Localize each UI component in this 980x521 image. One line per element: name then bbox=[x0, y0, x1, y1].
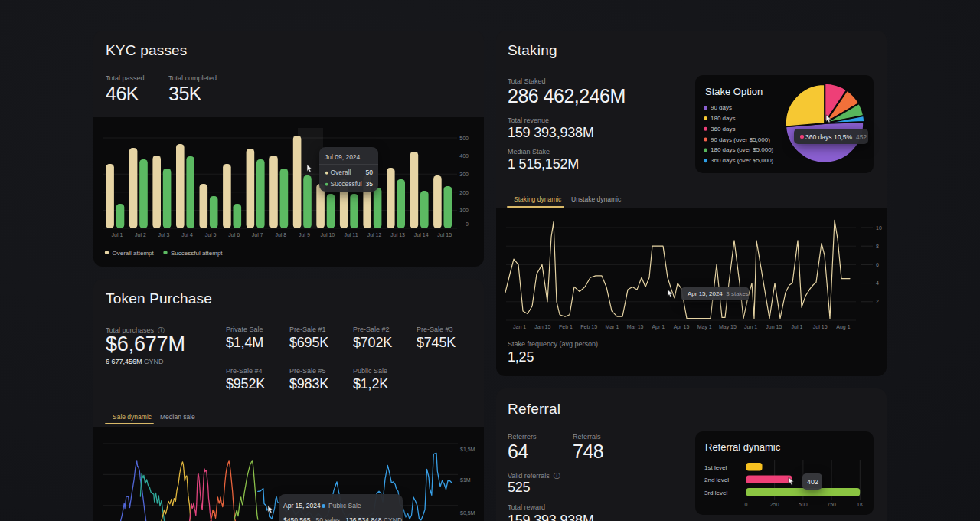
svg-text:250: 250 bbox=[770, 502, 779, 507]
svg-text:Jan 15: Jan 15 bbox=[534, 324, 550, 329]
svg-text:Jul 1: Jul 1 bbox=[112, 232, 123, 238]
svg-text:Jul 15: Jul 15 bbox=[813, 324, 828, 329]
svg-text:Jun 1: Jun 1 bbox=[744, 324, 757, 329]
svg-text:Jul 8: Jul 8 bbox=[275, 232, 286, 238]
svg-text:2nd level: 2nd level bbox=[704, 477, 729, 483]
svg-text:Overall attempt: Overall attempt bbox=[113, 250, 155, 257]
svg-text:Jul 3: Jul 3 bbox=[158, 232, 170, 238]
svg-text:Apr 15: Apr 15 bbox=[674, 324, 690, 330]
svg-text:10: 10 bbox=[876, 225, 882, 231]
svg-text:Jul 7: Jul 7 bbox=[252, 232, 263, 238]
svg-text:Jul 2: Jul 2 bbox=[135, 232, 146, 238]
svg-text:Jul 11: Jul 11 bbox=[344, 232, 358, 238]
svg-text:Jul 9: Jul 9 bbox=[299, 232, 310, 238]
svg-text:Mar 15: Mar 15 bbox=[627, 324, 644, 329]
svg-text:Apr 1: Apr 1 bbox=[652, 324, 665, 330]
svg-text:Jul 5: Jul 5 bbox=[205, 232, 217, 238]
svg-text:400: 400 bbox=[459, 153, 469, 159]
svg-text:0: 0 bbox=[466, 221, 469, 227]
svg-text:0: 0 bbox=[745, 502, 748, 507]
svg-text:Feb 15: Feb 15 bbox=[580, 324, 597, 329]
svg-text:Jul 4: Jul 4 bbox=[181, 232, 193, 238]
svg-text:Jul 10: Jul 10 bbox=[321, 232, 335, 238]
svg-text:1K: 1K bbox=[857, 502, 864, 507]
svg-text:1st level: 1st level bbox=[704, 464, 727, 471]
svg-text:Jul 15: Jul 15 bbox=[437, 232, 452, 238]
svg-text:Jul 1: Jul 1 bbox=[792, 324, 803, 329]
svg-text:3rd level: 3rd level bbox=[704, 490, 727, 496]
svg-text:May 15: May 15 bbox=[719, 324, 737, 330]
svg-text:Mar 1: Mar 1 bbox=[605, 324, 619, 329]
svg-text:Jul 6: Jul 6 bbox=[228, 232, 240, 238]
svg-text:May 1: May 1 bbox=[697, 324, 712, 330]
svg-text:$1,5M: $1,5M bbox=[460, 447, 475, 452]
svg-text:Aug 1: Aug 1 bbox=[836, 324, 850, 330]
svg-text:Jan 1: Jan 1 bbox=[513, 324, 526, 329]
svg-text:$1M: $1M bbox=[460, 477, 471, 483]
svg-text:6: 6 bbox=[876, 262, 879, 267]
svg-text:Jul 12: Jul 12 bbox=[368, 232, 382, 238]
svg-text:Jul 13: Jul 13 bbox=[390, 232, 405, 238]
svg-text:100: 100 bbox=[459, 208, 469, 213]
svg-text:500: 500 bbox=[799, 502, 808, 507]
svg-text:Successful attempt: Successful attempt bbox=[171, 250, 223, 257]
svg-text:4: 4 bbox=[876, 280, 879, 286]
svg-text:Jul 14: Jul 14 bbox=[414, 232, 429, 238]
svg-text:$0,5M: $0,5M bbox=[460, 510, 475, 516]
svg-text:Feb 1: Feb 1 bbox=[559, 324, 573, 329]
svg-text:750: 750 bbox=[827, 502, 836, 507]
svg-text:500: 500 bbox=[459, 136, 469, 141]
svg-text:300: 300 bbox=[459, 172, 469, 177]
svg-text:Jun 15: Jun 15 bbox=[766, 324, 782, 329]
svg-text:2: 2 bbox=[876, 299, 879, 304]
svg-text:8: 8 bbox=[876, 244, 879, 249]
svg-text:200: 200 bbox=[459, 190, 469, 195]
